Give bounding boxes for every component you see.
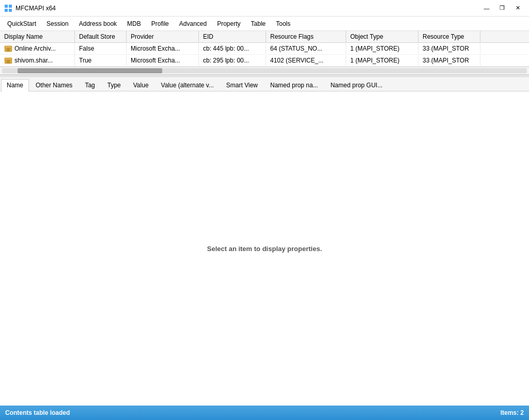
svg-rect-2 (5, 9, 8, 12)
table-cell: cb: 445 lpb: 00... (199, 43, 266, 54)
property-content: Select an item to display properties. (0, 91, 529, 406)
status-bar: Contents table loaded Items: 2 (0, 406, 529, 420)
svg-rect-1 (9, 5, 12, 8)
menu-item-profile[interactable]: Profile (146, 18, 174, 29)
col-header-col-object-type[interactable]: Object Type (346, 31, 418, 42)
svg-rect-9 (7, 60, 10, 64)
table-row[interactable]: shivom.shar... TrueMicrosoft Excha...cb:… (0, 55, 529, 67)
window-controls: — ❐ ✕ (479, 2, 525, 14)
horizontal-scrollbar[interactable] (0, 67, 529, 75)
scrollbar-thumb[interactable] (18, 68, 162, 73)
prop-tab-namedpropgui[interactable]: Named prop GUI... (325, 79, 388, 91)
store-icon (4, 56, 12, 65)
svg-rect-5 (5, 46, 12, 48)
menu-bar: QuickStartSessionAddress bookMDBProfileA… (0, 17, 529, 31)
main-content: Display NameDefault StoreProviderEIDReso… (0, 31, 529, 406)
menu-item-tools[interactable]: Tools (271, 18, 295, 29)
table-cell: shivom.shar... (0, 55, 75, 66)
scrollbar-track[interactable] (2, 68, 527, 73)
table-cell: Microsoft Excha... (127, 55, 199, 66)
empty-message: Select an item to display properties. (207, 245, 322, 253)
col-header-col-resource-flags[interactable]: Resource Flags (266, 31, 346, 42)
prop-tab-othernames[interactable]: Other Names (30, 79, 78, 91)
table-cell: True (75, 55, 127, 66)
table-body: Online Archiv... FalseMicrosoft Excha...… (0, 43, 529, 67)
app-icon (4, 4, 12, 12)
cell-with-icon: Online Archiv... (4, 44, 70, 53)
prop-tab-namedpropna[interactable]: Named prop na... (264, 79, 324, 91)
restore-button[interactable]: ❐ (495, 2, 509, 14)
svg-rect-3 (9, 9, 12, 12)
svg-rect-6 (7, 48, 10, 52)
prop-tab-value[interactable]: Value (128, 79, 154, 91)
table-cell: 4102 (SERVICE_... (266, 55, 346, 66)
menu-item-mdb[interactable]: MDB (122, 18, 146, 29)
window-title: MFCMAPI x64 (15, 5, 479, 12)
col-header-col-resource-type[interactable]: Resource Type (418, 31, 480, 42)
svg-rect-8 (5, 58, 12, 60)
cell-text: Online Archiv... (14, 45, 56, 52)
menu-item-property[interactable]: Property (212, 18, 245, 29)
cell-with-icon: shivom.shar... (4, 56, 70, 65)
table-cell: Online Archiv... (0, 43, 75, 54)
menu-item-session[interactable]: Session (41, 18, 74, 29)
col-header-col-provider[interactable]: Provider (127, 31, 199, 42)
col-header-col-default-store[interactable]: Default Store (75, 31, 127, 42)
menu-item-addressbook[interactable]: Address book (74, 18, 122, 29)
table-cell: cb: 295 lpb: 00... (199, 55, 266, 66)
cell-text: shivom.shar... (14, 57, 53, 64)
table-cell: 64 (STATUS_NO... (266, 43, 346, 54)
title-bar: MFCMAPI x64 — ❐ ✕ (0, 0, 529, 17)
minimize-button[interactable]: — (479, 2, 494, 14)
table-cell: 33 (MAPI_STOR (418, 55, 480, 66)
table-cell: 33 (MAPI_STOR (418, 43, 480, 54)
prop-tab-type[interactable]: Type (102, 79, 127, 91)
property-tabs: NameOther NamesTagTypeValueValue (altern… (0, 77, 529, 91)
table-header: Display NameDefault StoreProviderEIDReso… (0, 31, 529, 43)
table-cell: 1 (MAPI_STORE) (346, 43, 418, 54)
lower-pane: NameOther NamesTagTypeValueValue (altern… (0, 77, 529, 406)
svg-rect-0 (5, 5, 8, 8)
prop-tab-valuealternate[interactable]: Value (alternate v... (155, 79, 220, 91)
table-row[interactable]: Online Archiv... FalseMicrosoft Excha...… (0, 43, 529, 55)
prop-tab-tag[interactable]: Tag (79, 79, 100, 91)
col-header-col-eid[interactable]: EID (199, 31, 266, 42)
store-icon (4, 44, 12, 53)
status-message: Contents table loaded (5, 409, 501, 416)
prop-tab-name[interactable]: Name (1, 79, 29, 91)
table-cell: False (75, 43, 127, 54)
prop-tab-smartview[interactable]: Smart View (221, 79, 263, 91)
status-items: Items: 2 (501, 409, 524, 416)
menu-item-table[interactable]: Table (246, 18, 271, 29)
table-cell: Microsoft Excha... (127, 43, 199, 54)
menu-item-advanced[interactable]: Advanced (174, 18, 212, 29)
close-button[interactable]: ✕ (510, 2, 525, 14)
col-header-col-display-name[interactable]: Display Name (0, 31, 75, 42)
menu-item-quickstart[interactable]: QuickStart (2, 18, 41, 29)
upper-pane: Display NameDefault StoreProviderEIDReso… (0, 31, 529, 67)
table-cell: 1 (MAPI_STORE) (346, 55, 418, 66)
